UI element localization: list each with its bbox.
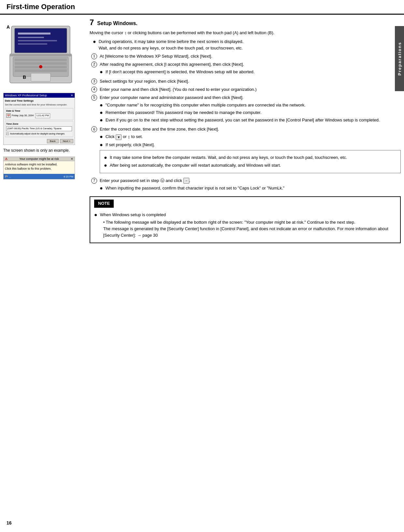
laptop-svg	[3, 21, 78, 86]
screen-caption: The screen shown is only an example.	[3, 147, 83, 153]
numbered-step-3: 3 Select settings for your region, then …	[90, 78, 401, 85]
bullet-item: ● During operations, it may take some ti…	[90, 38, 401, 51]
intro-text: Moving the cursor ↕ or clicking buttons …	[90, 30, 401, 36]
numbered-step-2: 2 After reading the agreement, click [I …	[90, 61, 401, 76]
svg-rect-6	[31, 73, 50, 81]
page-header: First-time Operation	[0, 0, 404, 15]
label-b: B	[23, 75, 26, 80]
svg-point-13	[39, 65, 42, 68]
note-box: NOTE ● When Windows setup is completed •…	[90, 196, 401, 243]
windows-setup-screenshot: Windows XP Professional Setup ✕ Date and…	[3, 93, 75, 145]
notification-taskbar: 🏁 ... 8:15 PM	[4, 174, 75, 179]
svg-rect-12	[18, 43, 47, 45]
svg-rect-2	[15, 59, 67, 61]
left-column: A	[3, 18, 88, 247]
svg-rect-3	[15, 62, 67, 65]
note-item: ● When Windows setup is completed • The …	[94, 212, 396, 239]
svg-rect-10	[18, 37, 44, 38]
screenshot-footer: Back Next >	[47, 139, 73, 143]
step-header: 7 Setup Windows.	[90, 18, 401, 27]
right-column: 7 Setup Windows. Moving the cursor ↕ or …	[88, 18, 401, 247]
svg-rect-9	[18, 33, 50, 35]
numbered-step-5: 5 Enter your computer name and administr…	[90, 94, 401, 125]
page-number: 16	[7, 520, 12, 525]
screenshot-titlebar: Windows XP Professional Setup ✕	[4, 93, 75, 98]
screenshot-body: Date and Time Settings Set the correct d…	[4, 98, 75, 138]
info-box: ● It may take some time before the compu…	[100, 150, 401, 173]
step-title: Setup Windows.	[97, 21, 137, 26]
label-a: A	[7, 24, 10, 30]
page-title: First-time Operation	[7, 3, 397, 11]
numbered-step-4: 4 Enter your name and then click [Next].…	[90, 86, 401, 93]
notification-body: Antivirus software might not be installe…	[4, 161, 75, 172]
step-body: Moving the cursor ↕ or clicking buttons …	[90, 30, 401, 243]
svg-rect-5	[15, 69, 67, 72]
step-number: 7	[90, 18, 94, 27]
svg-rect-11	[18, 40, 57, 41]
notification-screenshot: ⚠ Your computer might be at risk ✕ Antiv…	[3, 157, 75, 179]
side-tab-preparations: Preparations	[395, 26, 404, 91]
laptop-image: A	[3, 21, 78, 86]
numbered-step-7: 7 Enter your password set in step ⓤ and …	[90, 177, 401, 192]
svg-rect-14	[10, 54, 72, 56]
numbered-step-1: 1 At [Welcome to the Windows XP Setup Wi…	[90, 53, 401, 60]
numbered-step-6: 6 Enter the correct date, time and the t…	[90, 126, 401, 175]
note-header: NOTE	[94, 200, 114, 208]
